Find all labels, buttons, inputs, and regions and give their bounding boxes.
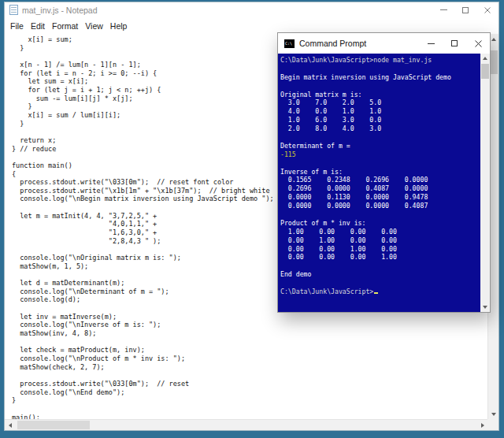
menu-item-file[interactable]: File [10,21,24,31]
notepad-minimize-button[interactable] [432,2,454,17]
cmd-window: C:\ Command Prompt C:\Data\Junk\JavaScri… [277,32,491,313]
console-line: 0.1565 0.2348 0.2696 0.0000 [280,176,480,184]
console-line: 0.00 0.00 0.00 1.00 [280,253,480,262]
notepad-title: mat_inv.js - Notepad [22,6,98,15]
notepad-hscroll-thumb[interactable] [17,421,90,429]
chevron-right-icon [481,423,484,428]
notepad-close-button[interactable] [476,2,498,17]
cmd-titlebar[interactable]: C:\ Command Prompt [278,33,490,54]
text-cursor [374,292,378,294]
console-line: Original matrix m is: [280,91,480,99]
cmd-vscroll-thumb[interactable] [481,64,489,79]
notepad-menubar: FileEditFormatViewHelp [5,17,498,34]
console-line [280,159,480,168]
minimize-icon [428,43,435,44]
menu-item-format[interactable]: Format [52,21,78,31]
console-line: 1.00 0.00 0.00 0.00 [280,228,480,236]
console-line [280,65,480,73]
console-line: C:\Data\Junk\JavaScript> [280,288,480,296]
console-line: 0.0000 0.0000 0.0000 0.4087 [280,202,480,210]
console-line: 0.2696 0.0000 0.4087 0.0000 [280,184,480,193]
cmd-scroll-down-button[interactable] [480,303,490,312]
menu-item-view[interactable]: View [85,21,103,31]
notepad-scroll-down-button[interactable] [488,409,498,419]
console-line: Inverse of m is: [280,168,480,176]
menu-item-edit[interactable]: Edit [31,21,45,31]
notepad-icon [9,5,18,15]
cmd-window-controls [419,33,490,54]
console-line: Begin matrix inversion using JavaScript … [280,73,480,82]
console-line: -115 [280,150,480,159]
notepad-scroll-left-button[interactable] [5,420,15,430]
notepad-maximize-button[interactable] [454,2,476,17]
console-line [280,210,480,219]
chevron-down-icon [491,413,496,416]
minimize-icon [440,9,447,10]
cmd-title: Command Prompt [299,39,366,48]
console-line [280,262,480,270]
close-icon [475,40,482,47]
console-line: 0.00 1.00 0.00 0.00 [280,236,480,245]
console-line: 1.0 6.0 3.0 0.0 [280,116,480,124]
console-line [280,133,480,142]
chevron-down-icon [483,306,487,309]
cmd-minimize-button[interactable] [419,33,443,54]
cmd-scroll-up-button[interactable] [480,54,490,63]
maximize-icon [462,7,469,13]
console-line [280,279,480,288]
console-line: Determinant of m = [280,142,480,150]
console-line [280,82,480,91]
cmd-maximize-button[interactable] [443,33,466,54]
console-line: C:\Data\Junk\JavaScript>node mat_inv.js [280,56,480,65]
chevron-up-icon [483,57,487,60]
cmd-vscrollbar[interactable] [480,54,490,312]
cmd-icon: C:\ [284,39,295,48]
notepad-window-controls [432,2,498,17]
console-line: 2.0 8.0 4.0 3.0 [280,124,480,133]
notepad-titlebar[interactable]: mat_inv.js - Notepad [5,2,498,17]
console-line: 0.00 0.00 1.00 0.00 [280,245,480,254]
chevron-left-icon [9,423,12,428]
console-line: End demo [280,270,480,279]
console-output: C:\Data\Junk\JavaScript>node mat_inv.jsB… [278,54,480,312]
notepad-scrollbar-corner [487,419,498,430]
console-line: Product of m * inv is: [280,219,480,228]
notepad-scroll-right-button[interactable] [477,420,487,430]
desktop-background: mat_inv.js - Notepad FileEditFormatViewH… [0,0,504,438]
menu-item-help[interactable]: Help [110,21,128,31]
console-line: 0.0000 0.1130 0.0000 0.9478 [280,193,480,202]
maximize-icon [451,40,458,46]
close-icon [484,7,491,13]
console-line: 4.0 0.0 1.0 1.0 [280,107,480,116]
chevron-up-icon [491,38,496,41]
cmd-close-button[interactable] [466,33,490,54]
notepad-hscrollbar[interactable] [5,419,487,430]
console-screen[interactable]: C:\Data\Junk\JavaScript>node mat_inv.jsB… [278,54,490,312]
console-line: 3.0 7.0 2.0 5.0 [280,98,480,107]
